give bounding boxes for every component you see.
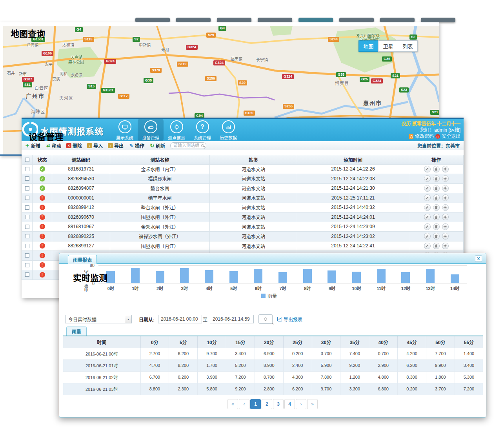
toolbar-button-新增[interactable]: +新增 xyxy=(25,142,40,149)
edit-button[interactable] xyxy=(424,185,431,192)
rain-data-row: 2016-06-21 00时2.7006.2009.7003.4006.9000… xyxy=(63,348,483,359)
row-checkbox-cell xyxy=(22,222,33,232)
delete-button[interactable] xyxy=(433,233,440,240)
export-report-link[interactable]: ↗ 导出报表 xyxy=(277,316,302,323)
tab-rainfall[interactable]: 雨量 xyxy=(66,327,87,336)
nav-item-历史数据[interactable]: 历史数据 xyxy=(215,119,241,141)
select-all-checkbox[interactable] xyxy=(25,158,29,162)
nav-item-系统管理[interactable]: ?系统管理 xyxy=(189,119,215,141)
map-view-active-button[interactable]: 地图 xyxy=(358,40,378,52)
settings-button[interactable] xyxy=(442,243,449,249)
settings-button[interactable] xyxy=(442,185,449,192)
edit-button[interactable] xyxy=(424,214,431,220)
edit-button[interactable] xyxy=(424,204,431,211)
map-view-button[interactable]: 卫星 xyxy=(378,40,398,52)
chart-bar[interactable] xyxy=(254,269,262,283)
row-checkbox[interactable] xyxy=(25,176,29,181)
chart-bar[interactable] xyxy=(328,270,336,283)
background-tab-stub[interactable] xyxy=(421,18,455,22)
date-from-input[interactable] xyxy=(158,315,202,323)
row-checkbox[interactable] xyxy=(25,215,29,219)
edit-button[interactable] xyxy=(424,175,431,182)
settings-button[interactable] xyxy=(442,223,449,230)
period-dropdown[interactable]: 今日实时数据 ▼ xyxy=(65,315,132,323)
settings-button[interactable] xyxy=(442,194,449,201)
toolbar-button-操作[interactable]: ✎操作 xyxy=(129,142,144,149)
added-time-cell: 2015-12-24 14:24:01 xyxy=(297,212,409,222)
chart-bar[interactable] xyxy=(278,272,287,283)
background-tab-stub[interactable] xyxy=(339,18,374,22)
logout-link[interactable]: 安全退出 xyxy=(442,133,460,140)
edit-button[interactable] xyxy=(424,233,431,240)
row-checkbox[interactable] xyxy=(25,167,29,171)
settings-button[interactable] xyxy=(442,214,449,220)
settings-button[interactable] xyxy=(442,166,449,172)
delete-button[interactable] xyxy=(433,185,440,192)
toolbar-button-删除[interactable]: ×删除 xyxy=(66,142,82,149)
edit-button[interactable] xyxy=(424,166,431,172)
settings-button[interactable] xyxy=(442,233,449,240)
row-checkbox[interactable] xyxy=(25,244,29,248)
chart-bar[interactable] xyxy=(156,271,164,283)
page-number-4[interactable]: 4 xyxy=(284,399,295,409)
page-nav-button[interactable]: » xyxy=(307,399,318,409)
chart-bar[interactable] xyxy=(106,271,115,283)
delete-button[interactable] xyxy=(433,194,440,201)
page-number-3[interactable]: 3 xyxy=(273,399,284,409)
page-number-2[interactable]: 2 xyxy=(262,399,272,409)
rain-value-cell: 3.400 xyxy=(455,359,483,371)
delete-button[interactable] xyxy=(433,175,440,182)
background-tab-stub[interactable] xyxy=(298,18,333,22)
nav-item-设备管理[interactable]: 设备管理 xyxy=(138,119,164,141)
toolbar-button-移动[interactable]: ⇄移动 xyxy=(45,142,61,149)
chart-bar[interactable] xyxy=(205,270,213,283)
page-nav-button[interactable]: › xyxy=(296,399,306,409)
edit-button[interactable] xyxy=(424,243,431,249)
row-checkbox[interactable] xyxy=(25,263,29,267)
change-password-link[interactable]: 修改密码 xyxy=(415,133,434,140)
query-button[interactable] xyxy=(258,314,273,324)
delete-button[interactable] xyxy=(433,204,440,211)
row-checkbox[interactable] xyxy=(25,253,29,258)
chart-bar[interactable] xyxy=(180,268,189,283)
delete-button[interactable] xyxy=(433,214,440,220)
background-tab-stub[interactable] xyxy=(135,18,170,22)
delete-button[interactable] xyxy=(433,223,440,230)
toolbar-button-导出[interactable]: ↑导出 xyxy=(108,142,124,149)
row-checkbox[interactable] xyxy=(25,186,29,191)
settings-button[interactable] xyxy=(442,204,449,211)
row-checkbox[interactable] xyxy=(25,205,29,210)
chart-bar[interactable] xyxy=(303,269,312,283)
row-checkbox[interactable] xyxy=(25,272,29,277)
row-checkbox[interactable] xyxy=(25,196,29,200)
tab-rainfall-report[interactable]: 雨量报表 xyxy=(68,255,97,264)
settings-button[interactable] xyxy=(442,175,449,182)
chart-bar[interactable] xyxy=(451,274,459,283)
chart-bar[interactable] xyxy=(131,268,140,283)
toolbar-button-导入[interactable]: ↓导入 xyxy=(87,142,103,149)
chart-bar[interactable] xyxy=(426,269,435,283)
background-tab-stub[interactable] xyxy=(258,18,292,22)
date-to-input[interactable] xyxy=(210,315,254,323)
page-nav-button[interactable]: « xyxy=(227,399,238,409)
background-tab-stub[interactable] xyxy=(380,18,415,22)
chart-bar[interactable] xyxy=(229,271,238,283)
nav-item-展示系统[interactable]: 展示系统 xyxy=(112,119,138,141)
toolbar-button-刷新[interactable]: ↻刷新 xyxy=(149,142,165,149)
chart-bar[interactable] xyxy=(377,269,386,283)
nav-item-测点信息[interactable]: 测点信息 xyxy=(164,119,189,141)
close-icon[interactable]: X xyxy=(475,255,482,262)
page-nav-button[interactable]: ‹ xyxy=(239,399,249,409)
background-tab-stub[interactable] xyxy=(217,18,251,22)
edit-button[interactable] xyxy=(424,194,431,201)
delete-button[interactable] xyxy=(433,166,440,172)
chart-bar[interactable] xyxy=(352,272,361,283)
background-tab-stub[interactable] xyxy=(176,18,211,22)
row-checkbox[interactable] xyxy=(25,225,29,229)
map-view-button[interactable]: 列表 xyxy=(398,40,418,52)
edit-button[interactable] xyxy=(424,223,431,230)
chart-bar[interactable] xyxy=(401,272,410,283)
page-number-1[interactable]: 1 xyxy=(250,399,261,409)
delete-button[interactable] xyxy=(433,243,440,249)
row-checkbox[interactable] xyxy=(25,234,29,238)
